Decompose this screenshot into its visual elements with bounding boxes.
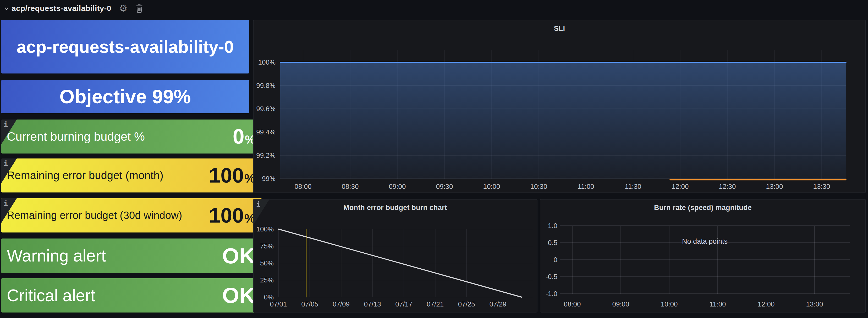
stat-panel-current-burning-budget[interactable]: i Current burning budget % 0% xyxy=(1,119,262,153)
info-glyph: i xyxy=(4,199,8,207)
stat-panel-remaining-budget-30d[interactable]: i Remaining error budget (30d window) 10… xyxy=(1,198,262,233)
x-tick-label: 07/21 xyxy=(427,300,444,308)
stat-panel-objective[interactable]: Objective 99% xyxy=(1,80,249,113)
month-burn-chart: 07/0107/0507/0907/1307/1707/2107/2507/29… xyxy=(253,200,537,312)
dashboard-row-header: acp/requests-availability-0 ⚙ xyxy=(4,3,143,14)
y-tick-label: 99% xyxy=(262,175,276,182)
stat-value: OK xyxy=(222,283,255,308)
x-tick-label: 13:00 xyxy=(806,300,823,308)
y-tick-label: 75% xyxy=(260,242,274,250)
sli-chart: 08:0008:3009:0009:3010:0010:3011:0011:30… xyxy=(253,21,865,192)
y-tick-label: 0 xyxy=(554,256,557,263)
stat-panel-remaining-budget-month[interactable]: i Remaining error budget (month) 100% xyxy=(1,158,262,192)
stat-panel-critical-alert[interactable]: Critical alert OK xyxy=(1,278,262,313)
stat-value: 100% xyxy=(209,204,255,227)
stat-label: Current burning budget % xyxy=(7,130,145,144)
stat-label: Remaining error budget (month) xyxy=(7,169,163,182)
y-tick-label: 99.4% xyxy=(256,128,276,136)
panel-sli-chart[interactable]: SLI 08:0008:3009:0009:3010:0010:3011:001… xyxy=(253,20,866,193)
x-tick-label: 09:00 xyxy=(612,300,629,308)
y-tick-label: 50% xyxy=(260,259,274,267)
x-tick-label: 12:00 xyxy=(757,300,775,308)
x-tick-label: 12:30 xyxy=(719,182,736,190)
x-tick-label: 09:30 xyxy=(436,182,453,190)
x-tick-label: 10:30 xyxy=(530,182,547,190)
stat-label: Remaining error budget (30d window) xyxy=(7,209,182,221)
x-tick-label: 07/09 xyxy=(333,300,350,308)
x-tick-label: 10:00 xyxy=(483,182,500,190)
x-tick-label: 10:00 xyxy=(660,300,678,308)
x-tick-label: 11:00 xyxy=(709,300,726,308)
y-tick-label: 100% xyxy=(256,225,274,233)
x-tick-label: 11:30 xyxy=(625,182,641,190)
series-area-fill xyxy=(280,62,846,179)
info-glyph: i xyxy=(4,120,8,129)
stat-panel-slo-title[interactable]: acp-requests-availability-0 xyxy=(1,20,249,73)
stat-label: Critical alert xyxy=(7,286,95,305)
y-tick-label: 99.2% xyxy=(256,151,276,159)
row-title[interactable]: acp/requests-availability-0 xyxy=(11,4,111,13)
x-tick-label: 09:00 xyxy=(389,182,406,190)
stat-label: Warning alert xyxy=(7,246,106,266)
x-tick-label: 08:00 xyxy=(564,300,581,308)
y-tick-label: -1.0 xyxy=(546,290,557,297)
x-tick-label: 07/13 xyxy=(364,300,381,308)
burn-rate-chart: 08:0009:0010:0011:0012:0013:001.00.50-0.… xyxy=(540,200,865,312)
y-tick-label: 0% xyxy=(264,293,274,301)
trash-icon-shape xyxy=(135,4,143,13)
stat-value: 100% xyxy=(209,164,255,187)
x-tick-label: 13:30 xyxy=(813,182,830,190)
y-tick-label: 1.0 xyxy=(548,222,557,229)
y-tick-label: 99.8% xyxy=(256,81,276,90)
x-tick-label: 07/05 xyxy=(301,300,318,308)
stat-value: OK xyxy=(222,243,255,269)
x-tick-label: 11:00 xyxy=(578,182,594,190)
x-tick-label: 07/17 xyxy=(395,300,412,308)
stat-text: acp-requests-availability-0 xyxy=(12,36,239,58)
trash-icon[interactable] xyxy=(135,4,143,13)
panel-burn-rate-chart[interactable]: Burn rate (speed) magnitude 08:0009:0010… xyxy=(540,199,866,313)
no-data-text: No data points xyxy=(682,238,727,245)
stat-panel-warning-alert[interactable]: Warning alert OK xyxy=(1,239,262,273)
y-tick-label: 99.6% xyxy=(256,105,276,113)
info-glyph: i xyxy=(4,160,8,168)
grafana-dashboard: acp/requests-availability-0 ⚙ acp-reques… xyxy=(0,0,868,318)
x-tick-label: 07/25 xyxy=(458,300,475,308)
y-tick-label: 25% xyxy=(260,276,274,284)
panel-month-burn-chart[interactable]: i Month error budget burn chart 07/0107/… xyxy=(253,199,537,313)
x-tick-label: 08:30 xyxy=(342,182,359,190)
gear-icon[interactable]: ⚙ xyxy=(119,4,128,13)
x-tick-label: 12:00 xyxy=(672,182,689,190)
x-tick-label: 13:00 xyxy=(766,182,783,190)
stat-text: Objective 99% xyxy=(55,85,196,108)
y-tick-label: 100% xyxy=(258,58,276,66)
x-tick-label: 08:00 xyxy=(294,182,311,190)
chevron-down-icon[interactable] xyxy=(4,6,9,11)
x-tick-label: 07/29 xyxy=(490,300,506,308)
stat-value: 0% xyxy=(232,125,255,148)
y-tick-label: 0.5 xyxy=(548,239,557,247)
y-tick-label: -0.5 xyxy=(546,273,557,281)
x-tick-label: 07/01 xyxy=(270,300,287,308)
